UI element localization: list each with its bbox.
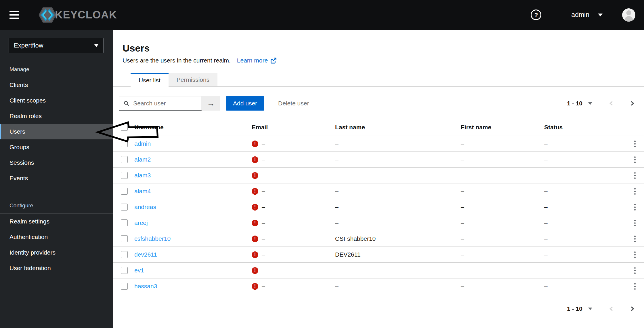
email-alert-icon: ! (252, 236, 258, 242)
sidebar-item[interactable]: Realm settings (0, 214, 113, 229)
row-actions-kebab-icon[interactable] (632, 155, 637, 165)
realm-selector[interactable]: Expertflow (9, 38, 104, 53)
sidebar-item[interactable]: Groups (0, 139, 113, 155)
row-checkbox[interactable] (121, 235, 128, 242)
column-header-email[interactable]: Email (252, 124, 335, 131)
pagination-bottom: 1 - 10 (565, 305, 635, 312)
sidebar-item[interactable]: Authentication (0, 229, 113, 245)
last-name-cell: – (335, 267, 461, 274)
username-cell: ev1 (134, 267, 252, 274)
row-actions-kebab-icon[interactable] (632, 281, 637, 291)
username-cell: csfshabber10 (134, 235, 252, 242)
nav-toggle-button[interactable] (9, 11, 19, 19)
status-cell: – (544, 140, 626, 147)
row-checkbox[interactable] (121, 283, 128, 290)
nav-group-manage-label: Manage (0, 59, 113, 77)
main-content: Users Users are the users in the current… (113, 30, 644, 328)
username-link[interactable]: alam3 (134, 172, 151, 179)
row-checkbox[interactable] (121, 156, 128, 163)
username-cell: admin (134, 140, 252, 147)
row-select-cell (113, 219, 134, 226)
column-header-username[interactable]: Username (134, 124, 252, 131)
page-subtitle: Users are the users in the current realm… (123, 57, 644, 64)
row-actions-kebab-icon[interactable] (632, 139, 637, 149)
learn-more-link[interactable]: Learn more (237, 57, 276, 64)
row-actions-kebab-icon[interactable] (632, 218, 637, 228)
username-link[interactable]: alam2 (134, 156, 151, 163)
last-name-cell: – (335, 219, 461, 226)
row-select-cell (113, 251, 134, 258)
chevron-left-icon (608, 100, 615, 107)
pagination-top: 1 - 10 (565, 100, 635, 107)
username-link[interactable]: areej (134, 219, 148, 226)
sidebar-item[interactable]: Users (0, 124, 113, 139)
email-alert-icon: ! (252, 283, 258, 290)
row-checkbox[interactable] (121, 172, 128, 179)
username-link[interactable]: andreas (134, 204, 156, 210)
username-link[interactable]: admin (134, 140, 151, 147)
avatar[interactable] (622, 8, 635, 22)
delete-user-button[interactable]: Delete user (276, 100, 311, 107)
help-icon[interactable]: ? (531, 10, 541, 20)
keycloak-admin-console: { "header": { "brand": "KEYCLOAK", "help… (0, 0, 644, 328)
row-checkbox[interactable] (121, 140, 128, 147)
add-user-button[interactable]: Add user (226, 96, 264, 111)
status-cell: – (544, 251, 626, 258)
email-alert-icon: ! (252, 188, 258, 195)
status-cell: – (544, 172, 626, 179)
prev-page-button[interactable] (608, 306, 615, 312)
username-link[interactable]: dev2611 (134, 251, 157, 258)
keycloak-logo: KEYCLOAK (38, 7, 117, 23)
user-menu-dropdown[interactable]: admin (570, 11, 604, 19)
sidebar-item[interactable]: Realm roles (0, 108, 113, 124)
row-checkbox[interactable] (121, 219, 128, 226)
search-input[interactable] (133, 100, 198, 107)
external-link-icon (270, 58, 276, 64)
pagination-range-dropdown[interactable]: 1 - 10 (565, 100, 594, 107)
row-actions-kebab-icon[interactable] (632, 202, 637, 212)
avatar-person-icon (626, 10, 631, 15)
tab-user-list[interactable]: User list (131, 73, 169, 86)
sidebar-item[interactable]: Identity providers (0, 245, 113, 260)
row-actions-kebab-icon[interactable] (632, 250, 637, 260)
row-actions-kebab-icon[interactable] (632, 234, 637, 244)
username-link[interactable]: hassan3 (134, 283, 157, 289)
username-link[interactable]: ev1 (134, 267, 144, 274)
column-header-first-name[interactable]: First name (461, 124, 544, 131)
sidebar-item[interactable]: User federation (0, 260, 113, 276)
row-checkbox[interactable] (121, 204, 128, 211)
search-submit-button[interactable]: → (202, 96, 220, 111)
pagination-range-dropdown[interactable]: 1 - 10 (565, 305, 594, 312)
chevron-down-icon (94, 44, 98, 47)
username-link[interactable]: alam4 (134, 188, 151, 194)
email-cell: ! – (252, 219, 335, 226)
row-actions-kebab-icon[interactable] (632, 266, 637, 276)
row-actions-kebab-icon[interactable] (632, 170, 637, 181)
sidebar-item[interactable]: Sessions (0, 155, 113, 170)
row-actions-kebab-icon[interactable] (632, 186, 637, 196)
username-cell: areej (134, 219, 252, 226)
username-link[interactable]: csfshabber10 (134, 235, 171, 242)
table-row: admin ! – – – – (113, 136, 644, 152)
tab-permissions[interactable]: Permissions (169, 73, 217, 86)
sidebar-item[interactable]: Client scopes (0, 93, 113, 108)
table-row: ev1 ! – – – – (113, 263, 644, 278)
next-page-button[interactable] (629, 306, 635, 312)
row-checkbox[interactable] (121, 267, 128, 274)
column-header-last-name[interactable]: Last name (335, 124, 461, 131)
select-all-checkbox[interactable] (121, 124, 128, 131)
status-cell: – (544, 235, 626, 242)
next-page-button[interactable] (629, 100, 635, 107)
subtitle-text: Users are the users in the current realm… (123, 57, 231, 64)
sidebar-item[interactable]: Clients (0, 77, 113, 93)
email-value: – (262, 283, 265, 290)
status-cell: – (544, 283, 626, 290)
prev-page-button[interactable] (608, 100, 615, 107)
first-name-cell: – (461, 140, 544, 147)
sidebar-item[interactable]: Events (0, 170, 113, 186)
row-checkbox[interactable] (121, 188, 128, 195)
row-checkbox[interactable] (121, 251, 128, 258)
nav-group-manage: Clients Client scopes Realm roles Users … (0, 77, 113, 186)
first-name-cell: – (461, 172, 544, 179)
column-header-status[interactable]: Status (544, 124, 626, 131)
